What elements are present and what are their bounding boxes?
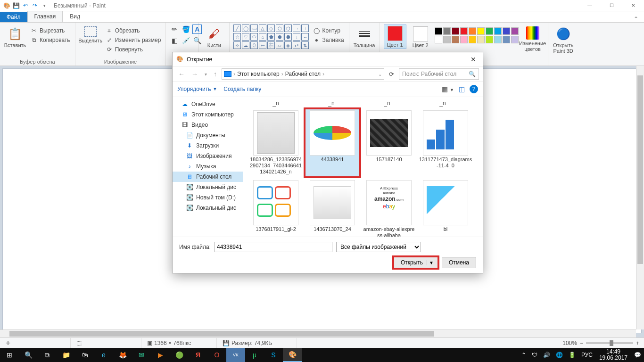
palette-swatch[interactable] xyxy=(494,27,502,35)
color2-button[interactable]: Цвет 2 xyxy=(409,25,432,48)
ribbon-collapse-icon[interactable]: ⌃ xyxy=(628,16,644,22)
file-thumbnail[interactable]: 44338941 xyxy=(305,108,360,177)
palette-swatch[interactable] xyxy=(452,36,459,43)
search-button[interactable]: 🔍 xyxy=(19,348,38,362)
nav-up-button[interactable]: ↑ xyxy=(212,70,219,78)
tab-file[interactable]: Файл xyxy=(0,12,27,22)
open-paint3d-button[interactable]: 🔵 Открыть Paint 3D xyxy=(552,25,575,54)
taskbar-app-player[interactable]: ▶ xyxy=(151,348,170,362)
qat-redo-icon[interactable]: ↷ xyxy=(31,2,39,9)
palette-swatch[interactable] xyxy=(486,27,493,35)
tray-defender-icon[interactable]: 🛡 xyxy=(529,352,540,358)
zoom-out-button[interactable]: − xyxy=(580,340,583,346)
filetype-select[interactable]: Все файлы изображений xyxy=(336,242,421,252)
shape-fill-button[interactable]: ●Заливка xyxy=(312,36,345,44)
shapes-gallery[interactable]: ╱◯▭△◇⬠⬡→↑ ☆♡⬭⌂⬟⬢⬣↓← ✧☁⬯⬰⬱▱◈⇄⇅ xyxy=(233,25,309,49)
crumb-dropdown-icon[interactable]: ⌄ xyxy=(378,72,382,77)
taskbar-app-edge[interactable]: e xyxy=(94,348,113,362)
folder-tree[interactable]: ☁OneDrive🖥Этот компьютер🎞Видео📄Документы… xyxy=(173,97,243,237)
file-list[interactable]: _n_n_n_n 18034286_1238569742907134_74034… xyxy=(243,97,483,237)
tree-item[interactable]: 💽Локальный дис xyxy=(173,203,243,213)
scrollbar-vertical[interactable] xyxy=(636,66,644,329)
taskbar-app-vk[interactable]: VK xyxy=(226,348,245,362)
qat-save-icon[interactable]: 💾 xyxy=(12,2,20,9)
taskbar-app-yandex[interactable]: Я xyxy=(189,348,207,362)
file-thumbnail[interactable]: bl xyxy=(418,178,473,237)
tree-item[interactable]: 🖥Этот компьютер xyxy=(173,109,243,120)
tree-item[interactable]: 🖥Рабочий стол xyxy=(173,172,243,182)
palette-swatch[interactable] xyxy=(477,27,485,35)
taskbar-app-explorer[interactable]: 📁 xyxy=(57,348,75,362)
filename-input[interactable] xyxy=(215,242,332,252)
select-button[interactable]: Выделить xyxy=(79,25,102,43)
palette-swatch[interactable] xyxy=(469,36,476,43)
file-thumbnail[interactable]: 157187140 xyxy=(361,108,417,177)
file-thumbnail[interactable]: AliExpressAlibabaamazon.comebayamazon-eb… xyxy=(361,178,417,237)
tree-item[interactable]: 💽Новый том (D:) xyxy=(173,192,243,203)
tray-volume-icon[interactable]: 🔊 xyxy=(540,352,553,358)
rotate-button[interactable]: ⟳Повернуть xyxy=(105,45,162,54)
fill-tool[interactable]: 🪣 xyxy=(181,25,190,34)
open-dropdown-icon[interactable]: ▼ xyxy=(427,260,436,265)
taskbar-app-mail[interactable]: ✉ xyxy=(132,348,151,362)
taskbar-app-opera[interactable]: O xyxy=(207,348,226,362)
eraser-tool[interactable]: ◧ xyxy=(170,36,179,45)
tree-item[interactable]: ☁OneDrive xyxy=(173,99,243,109)
taskbar-app-skype[interactable]: S xyxy=(264,348,283,362)
tree-item[interactable]: ⬇Загрузки xyxy=(173,140,243,151)
qat-customize-icon[interactable]: ▾ xyxy=(41,2,48,9)
thickness-button[interactable]: Толщина xyxy=(353,25,376,48)
palette-swatch[interactable] xyxy=(460,27,468,35)
task-view-button[interactable]: ⧉ xyxy=(38,348,57,362)
tray-battery-icon[interactable]: 🔋 xyxy=(566,352,578,358)
palette-swatch[interactable] xyxy=(443,27,451,35)
color-palette[interactable] xyxy=(435,25,519,43)
palette-swatch[interactable] xyxy=(511,27,519,35)
cancel-button[interactable]: Отмена xyxy=(442,257,476,268)
preview-pane-button[interactable]: ◫ xyxy=(459,85,465,93)
minimize-button[interactable]: — xyxy=(579,0,601,11)
color1-button[interactable]: Цвет 1 xyxy=(384,25,406,49)
cut-button[interactable]: ✂Вырезать xyxy=(29,26,71,35)
organize-button[interactable]: Упорядочить ▼ xyxy=(177,86,217,92)
tray-expand-icon[interactable]: ⌃ xyxy=(519,352,529,358)
palette-swatch[interactable] xyxy=(469,27,476,35)
close-button[interactable]: ✕ xyxy=(622,0,644,11)
palette-swatch[interactable] xyxy=(435,27,442,35)
search-input[interactable]: Поиск: Рабочий стол 🔍 xyxy=(399,68,479,80)
new-folder-button[interactable]: Создать папку xyxy=(223,86,261,92)
pencil-tool[interactable]: ✏ xyxy=(170,25,179,34)
tree-item[interactable]: ♪Музыка xyxy=(173,161,243,172)
tray-language[interactable]: РУС xyxy=(578,352,595,358)
view-mode-button[interactable]: ▦ ▼ xyxy=(442,85,454,93)
taskbar-app-chrome[interactable]: 🟢 xyxy=(170,348,189,362)
tray-network-icon[interactable]: 🌐 xyxy=(553,352,566,358)
dialog-close-button[interactable]: ✕ xyxy=(468,55,479,64)
tray-clock[interactable]: 14:49 19.06.2017 xyxy=(595,349,631,361)
palette-swatch[interactable] xyxy=(452,27,459,35)
file-thumbnail[interactable]: 1436713070_24 xyxy=(305,178,360,237)
tree-item[interactable]: 📄Документы xyxy=(173,130,243,140)
nav-back-button[interactable]: ← xyxy=(176,70,187,78)
shape-outline-button[interactable]: ◯Контур xyxy=(312,26,345,35)
palette-swatch[interactable] xyxy=(494,36,502,43)
breadcrumb[interactable]: › Этот компьютер › Рабочий стол › ⌄ xyxy=(222,68,384,80)
palette-swatch[interactable] xyxy=(511,36,519,43)
palette-swatch[interactable] xyxy=(435,36,442,43)
start-button[interactable]: ⊞ xyxy=(0,348,19,362)
resize-button[interactable]: ⤢Изменить размер xyxy=(105,36,162,44)
palette-swatch[interactable] xyxy=(460,36,468,43)
tree-item[interactable]: 💽Локальный дис xyxy=(173,182,243,192)
palette-swatch[interactable] xyxy=(503,36,510,43)
file-thumbnail[interactable]: 1311771473_diagrams-11-4_0 xyxy=(418,108,473,177)
maximize-button[interactable]: ☐ xyxy=(601,0,622,11)
taskbar-app-utorrent[interactable]: μ xyxy=(245,348,264,362)
brushes-button[interactable]: 🖌 Кисти xyxy=(203,25,225,48)
picker-tool[interactable]: 💉 xyxy=(181,36,190,45)
taskbar-app-store[interactable]: 🛍 xyxy=(75,348,94,362)
zoom-slider[interactable] xyxy=(586,342,633,344)
crop-button[interactable]: ⌗Обрезать xyxy=(105,26,162,35)
file-thumbnail[interactable]: 18034286_1238569742907134_74034466411340… xyxy=(248,108,304,177)
tab-view[interactable]: Вид xyxy=(63,11,87,22)
qat-undo-icon[interactable]: ↶ xyxy=(22,2,29,9)
